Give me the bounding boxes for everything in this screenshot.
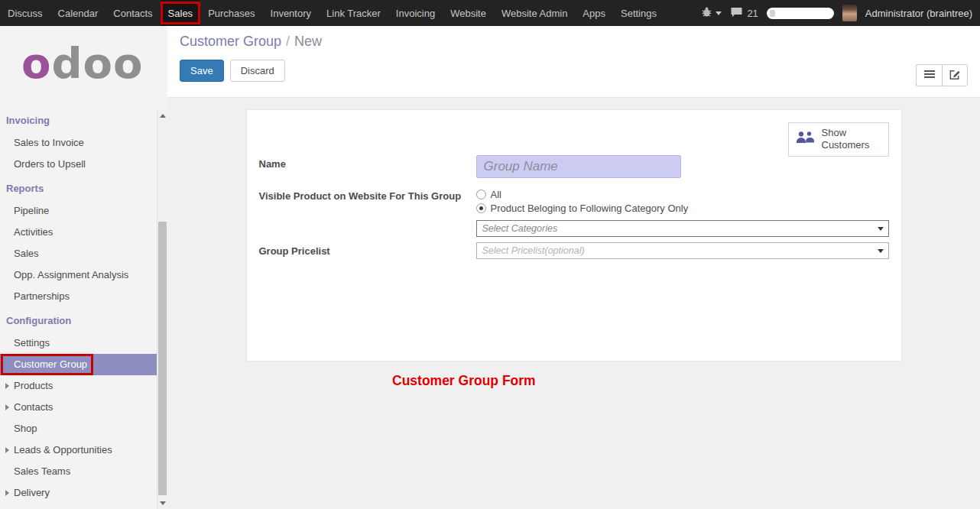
radio-option-all[interactable]: All xyxy=(476,187,889,201)
dropdown-caret-icon xyxy=(878,249,884,253)
pricelist-select-placeholder: Select Pricelist(optional) xyxy=(482,245,585,256)
odoo-logo: odoo xyxy=(21,38,144,88)
sidebar-item-settings[interactable]: Settings xyxy=(0,332,157,354)
scroll-down-icon xyxy=(160,501,166,505)
breadcrumb-parent[interactable]: Customer Group xyxy=(180,34,281,49)
sidebar-item-orders-to-upsell[interactable]: Orders to Upsell xyxy=(0,154,157,175)
menu-label: Calendar xyxy=(58,8,99,19)
topbar-menu-link-tracker[interactable]: Link Tracker xyxy=(319,0,388,26)
sidebar-item-customer-group[interactable]: Customer Group xyxy=(0,354,157,375)
scroll-up-icon xyxy=(160,114,166,118)
sidebar-item-pipeline[interactable]: Pipeline xyxy=(0,200,157,222)
topbar-right: 21 Administrator (braintree) xyxy=(701,0,980,26)
menu-label: Discuss xyxy=(8,8,43,19)
menu-label: Inventory xyxy=(271,8,311,19)
sidebar-item-sales-to-invoice[interactable]: Sales to Invoice xyxy=(0,132,157,154)
sidebar-section-configuration: Configuration xyxy=(0,307,157,332)
menu-label: Purchases xyxy=(208,8,255,19)
form-view-button[interactable] xyxy=(942,64,968,86)
user-menu[interactable]: Administrator (braintree) xyxy=(865,8,972,19)
radio-option-category-only[interactable]: Product Beloging to Following Category O… xyxy=(476,201,889,215)
topbar-menu-website-admin[interactable]: Website Admin xyxy=(494,0,575,26)
sidebar-item-partnerships[interactable]: Partnerships xyxy=(0,286,157,307)
menu-label: Apps xyxy=(582,8,605,19)
sidebar-item-contacts[interactable]: Contacts xyxy=(0,397,157,418)
sidebar-item-label: Contacts xyxy=(14,401,53,413)
sidebar-item-activities[interactable]: Activities xyxy=(0,222,157,243)
view-switcher xyxy=(916,64,968,86)
sidebar-item-label: Shop xyxy=(14,423,37,434)
show-customers-button[interactable]: Show Customers xyxy=(788,122,889,157)
sidebar-item-label: Partnerships xyxy=(14,290,70,302)
discard-button[interactable]: Discard xyxy=(230,60,285,82)
sidebar-item-label: Settings xyxy=(14,337,50,349)
edit-form-icon xyxy=(949,69,961,83)
show-customers-label: Show Customers xyxy=(822,127,882,152)
main-panel: Customer Group/New Save Discard xyxy=(167,26,980,509)
avatar[interactable] xyxy=(842,5,857,21)
menu-label: Contacts xyxy=(113,8,152,19)
sidebar-item-leads-opportunities[interactable]: Leads & Opportunities xyxy=(0,439,157,461)
topbar-menu-apps[interactable]: Apps xyxy=(575,0,613,26)
menu-label: Invoicing xyxy=(396,8,435,19)
sidebar-item-label: Opp. Assignment Analysis xyxy=(14,269,128,280)
messages-button[interactable]: 21 xyxy=(730,7,758,20)
pricelist-select[interactable]: Select Pricelist(optional) xyxy=(476,242,889,259)
topbar-menu-calendar[interactable]: Calendar xyxy=(50,0,106,26)
sidebar-item-label: Orders to Upsell xyxy=(14,158,86,170)
odoo-app: Discuss Calendar Contacts Sales Purchase… xyxy=(0,0,980,509)
radio-unchecked-icon[interactable] xyxy=(476,190,486,199)
group-name-input[interactable] xyxy=(476,155,681,178)
sidebar-item-products[interactable]: Products xyxy=(0,375,157,397)
sidebar-item-delivery[interactable]: Delivery xyxy=(0,482,157,504)
chevron-down-icon xyxy=(716,11,722,15)
customer-group-form: Show Customers Name Visible Product on W… xyxy=(246,109,902,361)
control-panel: Customer Group/New Save Discard xyxy=(167,26,980,98)
topbar-menu-purchases[interactable]: Purchases xyxy=(200,0,262,26)
debug-menu-button[interactable] xyxy=(701,6,722,20)
sidebar-item-label: Activities xyxy=(14,226,53,238)
topbar-menu-settings[interactable]: Settings xyxy=(613,0,664,26)
topbar: Discuss Calendar Contacts Sales Purchase… xyxy=(0,0,980,26)
expand-arrow-icon[interactable] xyxy=(5,447,9,453)
pricelist-field-label: Group Pricelist xyxy=(259,242,476,259)
scrollbar-thumb[interactable] xyxy=(158,222,167,495)
progress-pill xyxy=(767,8,834,19)
dropdown-caret-icon xyxy=(878,227,884,231)
categories-select[interactable]: Select Categories xyxy=(476,220,889,237)
topbar-menu-sales[interactable]: Sales xyxy=(161,0,201,26)
topbar-menu-website[interactable]: Website xyxy=(443,0,494,26)
main-layout: odoo Invoicing Sales to Invoice Orders t… xyxy=(0,26,980,509)
visible-product-label: Visible Product on Website For This Grou… xyxy=(259,187,476,237)
expand-arrow-icon[interactable] xyxy=(5,383,9,389)
sidebar-scrollbar[interactable] xyxy=(157,110,167,509)
list-view-button[interactable] xyxy=(916,64,942,86)
sidebar-item-opp-assignment-analysis[interactable]: Opp. Assignment Analysis xyxy=(0,264,157,286)
save-button[interactable]: Save xyxy=(180,60,224,82)
scroll-down-button[interactable] xyxy=(157,498,167,509)
topbar-menu-inventory[interactable]: Inventory xyxy=(263,0,319,26)
sidebar-item-label: Sales to Invoice xyxy=(14,137,84,148)
sidebar-item-sales[interactable]: Sales xyxy=(0,243,157,264)
customers-people-icon xyxy=(795,130,816,148)
sidebar-item-label: Delivery xyxy=(14,487,50,498)
menu-label: Settings xyxy=(621,8,657,19)
pricelist-field-row: Group Pricelist Select Pricelist(optiona… xyxy=(259,242,889,259)
topbar-menu-discuss[interactable]: Discuss xyxy=(0,0,50,26)
logo-first-letter: o xyxy=(21,38,51,88)
sidebar-item-shop[interactable]: Shop xyxy=(0,418,157,439)
sidebar-item-label: Sales Teams xyxy=(14,465,70,477)
scroll-up-button[interactable] xyxy=(157,110,167,122)
categories-select-placeholder: Select Categories xyxy=(482,223,558,234)
sidebar-item-sales-teams[interactable]: Sales Teams xyxy=(0,461,157,482)
topbar-menu-contacts[interactable]: Contacts xyxy=(105,0,160,26)
expand-arrow-icon[interactable] xyxy=(5,404,9,410)
menu-label: Link Tracker xyxy=(326,8,381,19)
name-field-label: Name xyxy=(259,155,476,178)
logo-rest: doo xyxy=(51,38,143,88)
topbar-menu-invoicing[interactable]: Invoicing xyxy=(388,0,443,26)
menu-label: Website Admin xyxy=(501,8,567,19)
expand-arrow-icon[interactable] xyxy=(5,490,9,496)
breadcrumb-current: New xyxy=(294,34,322,49)
radio-checked-icon[interactable] xyxy=(476,203,486,213)
